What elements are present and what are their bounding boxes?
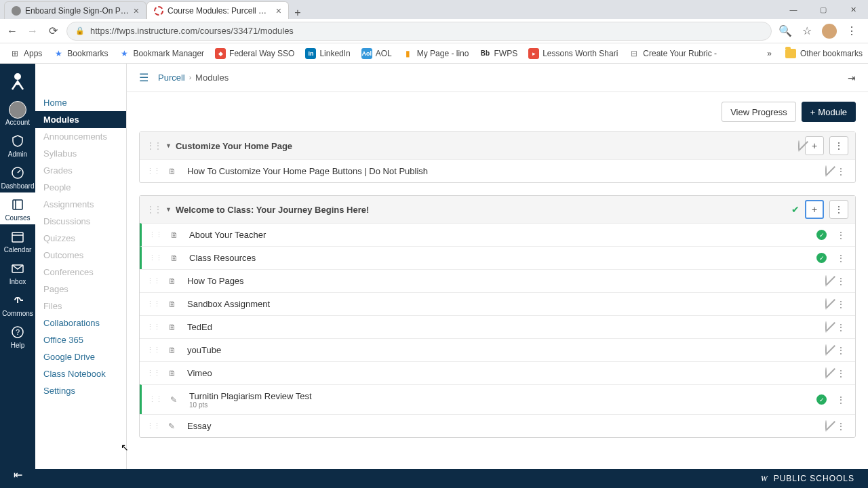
new-tab-button[interactable]: + — [289, 7, 307, 19]
url-field[interactable]: 🔒 https://fwps.instructure.com/courses/3… — [66, 22, 772, 41]
item-menu-button[interactable]: ⋮ — [833, 394, 848, 405]
drag-handle-icon[interactable]: ⋮⋮ — [146, 277, 160, 285]
drag-handle-icon[interactable]: ⋮⋮ — [149, 395, 162, 404]
module-item[interactable]: ⋮⋮✎Turnitin Plagiarism Review Test10 pts… — [140, 384, 855, 414]
bookmark-item[interactable]: ★Bookmarks — [49, 46, 112, 61]
module-item[interactable]: ⋮⋮🗎TedEd⋮ — [140, 315, 855, 338]
module-item[interactable]: ⋮⋮🗎About Your Teacher✓⋮ — [140, 223, 855, 246]
view-progress-button[interactable]: View Progress — [722, 102, 796, 122]
course-nav-item[interactable]: Grades — [35, 162, 126, 179]
course-nav-item[interactable]: Home — [35, 94, 126, 111]
unpublished-icon[interactable] — [825, 421, 827, 431]
module-menu-button[interactable]: ⋮ — [829, 200, 848, 219]
published-icon[interactable]: ✔ — [791, 204, 800, 215]
published-icon[interactable]: ✓ — [816, 394, 827, 405]
course-nav-item[interactable]: Office 365 — [35, 331, 126, 348]
item-menu-button[interactable]: ⋮ — [833, 345, 848, 356]
module-item[interactable]: ⋮⋮🗎Vimeo⋮ — [140, 361, 855, 384]
drag-handle-icon[interactable]: ⋮⋮ — [146, 300, 160, 308]
bookmark-item[interactable]: AolAOL — [357, 46, 396, 61]
unpublished-icon[interactable] — [825, 276, 827, 286]
drag-handle-icon[interactable]: ⋮⋮ — [146, 141, 161, 150]
profile-avatar[interactable] — [822, 24, 837, 39]
item-menu-button[interactable]: ⋮ — [833, 368, 848, 379]
module-header[interactable]: ⋮⋮▼Customize Your Home Page+⋮ — [140, 132, 855, 159]
course-nav-item[interactable]: Settings — [35, 382, 126, 399]
course-nav-item[interactable]: Discussions — [35, 213, 126, 230]
nav-help[interactable]: ?Help — [0, 320, 35, 352]
star-icon[interactable]: ☆ — [800, 24, 814, 37]
hamburger-icon[interactable]: ☰ — [139, 71, 149, 84]
bookmark-item[interactable]: ◆Federal Way SSO — [211, 46, 298, 61]
module-menu-button[interactable]: ⋮ — [829, 136, 848, 155]
course-nav-item[interactable]: People — [35, 179, 126, 196]
drag-handle-icon[interactable]: ⋮⋮ — [149, 230, 162, 239]
add-module-button[interactable]: +Module — [802, 102, 856, 122]
add-item-button[interactable]: + — [805, 200, 824, 219]
course-nav-item[interactable]: Assignments — [35, 196, 126, 213]
other-bookmarks[interactable]: Other bookmarks — [785, 49, 863, 58]
drag-handle-icon[interactable]: ⋮⋮ — [146, 346, 160, 354]
bookmarks-overflow[interactable]: » — [767, 49, 772, 58]
reload-button[interactable]: ⟳ — [46, 24, 60, 37]
unpublished-icon[interactable] — [798, 141, 800, 151]
minimize-button[interactable]: — — [778, 0, 808, 19]
drag-handle-icon[interactable]: ⋮⋮ — [146, 422, 160, 430]
nav-calendar[interactable]: Calendar — [0, 224, 35, 256]
maximize-button[interactable]: ▢ — [808, 0, 838, 19]
module-item[interactable]: ⋮⋮🗎youTube⋮ — [140, 338, 855, 361]
nav-inbox[interactable]: Inbox — [0, 256, 35, 288]
back-button[interactable]: ← — [5, 25, 19, 37]
bookmark-item[interactable]: BbFWPS — [475, 46, 521, 61]
item-menu-button[interactable]: ⋮ — [833, 299, 848, 310]
nav-admin[interactable]: Admin — [0, 129, 35, 161]
course-nav-item[interactable]: Modules — [35, 111, 126, 128]
add-item-button[interactable]: + — [805, 136, 824, 155]
collapse-nav-button[interactable]: ⇤ — [7, 462, 29, 488]
drag-handle-icon[interactable]: ⋮⋮ — [146, 205, 161, 214]
unpublished-icon[interactable] — [825, 345, 827, 355]
bookmark-item[interactable]: ▸Lessons Worth Shari — [524, 46, 622, 61]
drag-handle-icon[interactable]: ⋮⋮ — [146, 167, 160, 176]
drag-handle-icon[interactable]: ⋮⋮ — [146, 323, 160, 331]
unpublished-icon[interactable] — [825, 166, 827, 176]
item-menu-button[interactable]: ⋮ — [833, 421, 848, 432]
browser-tab[interactable]: Course Modules: Purcell Sandbo × — [146, 1, 289, 19]
published-icon[interactable]: ✓ — [816, 253, 827, 263]
module-item[interactable]: ⋮⋮🗎How To Pages⋮ — [140, 269, 855, 292]
unpublished-icon[interactable] — [825, 299, 827, 309]
bookmark-item[interactable]: ★Bookmark Manager — [115, 46, 208, 61]
unpublished-icon[interactable] — [825, 368, 827, 378]
course-nav-item[interactable]: Files — [35, 298, 126, 314]
module-header[interactable]: ⋮⋮▼Welcome to Class: Your Journey Begins… — [140, 196, 855, 223]
breadcrumb-course[interactable]: Purcell — [158, 73, 185, 83]
item-menu-button[interactable]: ⋮ — [833, 230, 848, 241]
item-menu-button[interactable]: ⋮ — [833, 322, 848, 333]
course-nav-item[interactable]: Quizzes — [35, 230, 126, 247]
browser-tab[interactable]: Enboard Single Sign-On Portal × — [4, 1, 146, 19]
close-tab-icon[interactable]: × — [134, 5, 139, 16]
module-item[interactable]: ⋮⋮🗎Sandbox Assignment⋮ — [140, 292, 855, 315]
course-nav-item[interactable]: Outcomes — [35, 247, 126, 264]
unpublished-icon[interactable] — [825, 322, 827, 332]
nav-account[interactable]: Account — [0, 98, 35, 129]
caret-down-icon[interactable]: ▼ — [165, 206, 172, 213]
app-logo[interactable] — [5, 69, 30, 94]
search-icon[interactable]: 🔍 — [778, 24, 792, 37]
module-item[interactable]: ⋮⋮🗎How To Customize Your Home Page Butto… — [140, 159, 855, 182]
bookmark-item[interactable]: inLinkedIn — [301, 46, 354, 61]
module-item[interactable]: ⋮⋮🗎Class Resources✓⋮ — [140, 246, 855, 269]
course-nav-item[interactable]: Syllabus — [35, 145, 126, 162]
drag-handle-icon[interactable]: ⋮⋮ — [149, 253, 162, 262]
course-nav-item[interactable]: Google Drive — [35, 348, 126, 365]
item-menu-button[interactable]: ⋮ — [833, 253, 848, 264]
close-window-button[interactable]: ✕ — [838, 0, 868, 19]
close-tab-icon[interactable]: × — [276, 5, 281, 16]
nav-dashboard[interactable]: Dashboard — [0, 161, 35, 192]
caret-down-icon[interactable]: ▼ — [165, 142, 172, 149]
course-nav-item[interactable]: Collaborations — [35, 314, 126, 331]
forward-button[interactable]: → — [26, 25, 39, 37]
bookmark-item[interactable]: ▮My Page - lino — [399, 46, 473, 61]
nav-courses[interactable]: Courses — [0, 192, 35, 224]
module-item[interactable]: ⋮⋮✎Essay⋮ — [140, 414, 855, 437]
